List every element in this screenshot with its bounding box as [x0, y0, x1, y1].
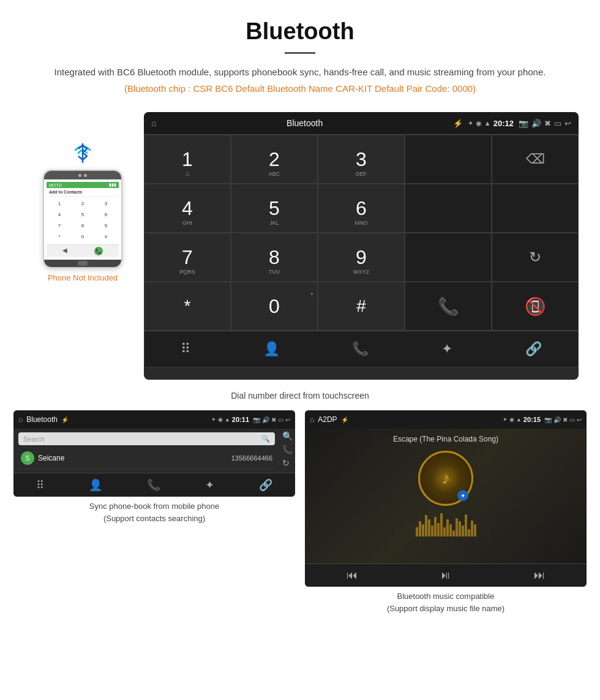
- pb-title: Bluetooth: [26, 415, 58, 424]
- dial-nav-grid: ⠿ 👤 📞 ✦ 🔗: [144, 331, 579, 367]
- key-1-sub: ⌂: [186, 170, 190, 177]
- phonebook-status-bar: ⌂ Bluetooth ⚡ ✦ ◉ ▲ 20:11 📷 🔊 ✖ ▭: [13, 410, 295, 429]
- dial-usb-icon: ⚡: [453, 119, 463, 128]
- pb-home-icon: ⌂: [18, 415, 23, 424]
- dial-signal-icon: ▲: [484, 119, 491, 127]
- key-8: 8: [75, 220, 91, 230]
- pb-search-icon[interactable]: 🔍: [282, 431, 293, 441]
- contact-row-seicane: S Seicane 13566664466: [18, 448, 275, 469]
- dialer-row-1: 1 2 3: [48, 198, 118, 208]
- eq-bar-16: [462, 525, 464, 536]
- key-0-number: 0: [269, 295, 280, 318]
- dial-right-icons: 📷 🔊 ✖ ▭ ↩: [519, 119, 571, 128]
- key-4: 4: [51, 209, 67, 219]
- key-6: 6: [98, 209, 114, 219]
- pb-sync-icon[interactable]: ↻: [282, 458, 293, 468]
- main-content: MOTO ▮▮▮ Add to Contacts 1 2 3 4: [0, 112, 600, 620]
- dial-nav-contact-icon[interactable]: 👤: [263, 341, 280, 357]
- music-play-pause-icon[interactable]: ⏯: [440, 569, 451, 582]
- dial-cell-empty-r2c5: [492, 184, 579, 233]
- music-body: Escape (The Pina Colada Song) ♪ ✦: [305, 429, 587, 563]
- dial-key-8[interactable]: 8 TUV: [231, 233, 318, 282]
- dial-key-7[interactable]: 7 PQRS: [144, 233, 231, 282]
- key-1-number: 1: [182, 148, 193, 171]
- dial-key-call-red[interactable]: 📵: [492, 282, 579, 331]
- dial-key-hash[interactable]: #: [318, 282, 405, 331]
- dial-screen-title: Bluetooth: [161, 118, 448, 128]
- backspace-icon: ⌫: [526, 151, 545, 167]
- phonebook-body: Search 🔍 S Seicane 13566664466 🔍 📞 ↻: [13, 429, 295, 473]
- phonebook-card: ⌂ Bluetooth ⚡ ✦ ◉ ▲ 20:11 📷 🔊 ✖ ▭: [13, 410, 295, 614]
- music-nav-bar: ⏮ ⏯ ⏭: [305, 563, 587, 587]
- page-title: Bluetooth: [24, 18, 576, 45]
- phonebook-caption: Sync phone-book from mobile phone (Suppo…: [89, 500, 219, 524]
- eq-bar-15: [459, 521, 461, 536]
- bottom-section: ⌂ Bluetooth ⚡ ✦ ◉ ▲ 20:11 📷 🔊 ✖ ▭: [12, 410, 588, 614]
- music-equalizer: [311, 512, 580, 536]
- phone-header-bar: Add to Contacts: [47, 188, 119, 197]
- call-green-icon: 📞: [438, 296, 459, 317]
- phone-mock: MOTO ▮▮▮ Add to Contacts 1 2 3 4: [43, 170, 122, 268]
- dial-nav-keypad-icon[interactable]: ⠿: [181, 341, 190, 357]
- music-status-icons: ✦ ◉ ▲ 20:15: [503, 416, 541, 423]
- music-prev-icon[interactable]: ⏮: [347, 569, 358, 582]
- call-red-icon: 📵: [525, 296, 546, 317]
- dial-camera-icon: 📷: [519, 119, 528, 128]
- dial-key-1[interactable]: 1 ⌂: [144, 135, 231, 184]
- dial-key-9[interactable]: 9 WXYZ: [318, 233, 405, 282]
- dial-key-5[interactable]: 5 JKL: [231, 184, 318, 233]
- key-5: 5: [75, 209, 91, 219]
- dial-key-2[interactable]: 2 ABC: [231, 135, 318, 184]
- pb-loc-icon: ◉: [218, 416, 223, 423]
- dial-key-backspace[interactable]: ⌫: [492, 135, 579, 184]
- pb-back-icon: ↩: [285, 416, 290, 423]
- eq-bar-12: [449, 524, 452, 536]
- music-time: 20:15: [523, 416, 541, 423]
- eq-bar-9: [440, 513, 443, 536]
- eq-bar-3: [422, 524, 424, 536]
- pb-nav-grid-icon[interactable]: ⠿: [36, 478, 44, 492]
- phonebook-list: Search 🔍 S Seicane 13566664466: [13, 429, 280, 473]
- dial-bt-icon: ✦: [468, 119, 473, 127]
- dial-cell-empty-r3c4: [405, 233, 492, 282]
- phone-speaker: [84, 174, 87, 177]
- key-9: 9: [98, 220, 114, 230]
- pb-right-icons: 📷 🔊 ✖ ▭ ↩: [253, 416, 290, 423]
- phonebook-search-bar[interactable]: Search 🔍: [18, 432, 275, 445]
- pb-nav-link2-icon[interactable]: 🔗: [259, 478, 272, 492]
- eq-bar-5: [428, 519, 430, 536]
- dial-key-6[interactable]: 6 MNO: [318, 184, 405, 233]
- music-title: A2DP: [318, 415, 337, 424]
- phone-camera: [78, 174, 81, 177]
- eq-bar-4: [425, 515, 427, 536]
- pb-nav-bt2-icon[interactable]: ✦: [205, 478, 214, 492]
- dial-key-4[interactable]: 4 GHI: [144, 184, 231, 233]
- search-placeholder: Search: [23, 435, 45, 443]
- dial-nav-call-icon[interactable]: 📞: [352, 341, 369, 357]
- dial-nav-link-icon[interactable]: 🔗: [525, 341, 542, 357]
- dial-key-call-green[interactable]: 📞: [405, 282, 492, 331]
- pb-call-icon[interactable]: 📞: [282, 445, 293, 454]
- dial-key-star[interactable]: *: [144, 282, 231, 331]
- music-home-icon: ⌂: [310, 415, 314, 424]
- phone-carrier: MOTO: [49, 183, 62, 187]
- music-sig-icon: ▲: [516, 416, 522, 423]
- key-2: 2: [75, 198, 91, 208]
- dial-status-bar: ⌂ Bluetooth ⚡ ✦ ◉ ▲ 20:12 📷 🔊 ✖ ▭ ↩: [144, 112, 579, 134]
- pb-nav-user-icon[interactable]: 👤: [89, 478, 102, 492]
- dialer-row-4: * 0 #: [48, 231, 118, 241]
- key-7-number: 7: [182, 246, 193, 269]
- dial-nav-bt-icon[interactable]: ✦: [441, 341, 452, 357]
- key-3-number: 3: [356, 148, 367, 171]
- dial-key-3[interactable]: 3 DEF: [318, 135, 405, 184]
- dial-key-refresh[interactable]: ↻: [492, 233, 579, 282]
- phone-battery: ▮▮▮: [109, 183, 116, 187]
- pb-nav-phone-icon[interactable]: 📞: [147, 478, 160, 492]
- dial-location-icon: ◉: [476, 119, 482, 127]
- music-next-icon[interactable]: ⏭: [534, 569, 545, 582]
- phone-home-button: [78, 261, 88, 266]
- dial-key-0[interactable]: 0 +: [231, 282, 318, 331]
- pb-status-icons: ✦ ◉ ▲ 20:11: [211, 416, 249, 423]
- phone-dialer: 1 2 3 4 5 6 7 8 9: [47, 197, 119, 244]
- dial-time: 20:12: [493, 119, 514, 128]
